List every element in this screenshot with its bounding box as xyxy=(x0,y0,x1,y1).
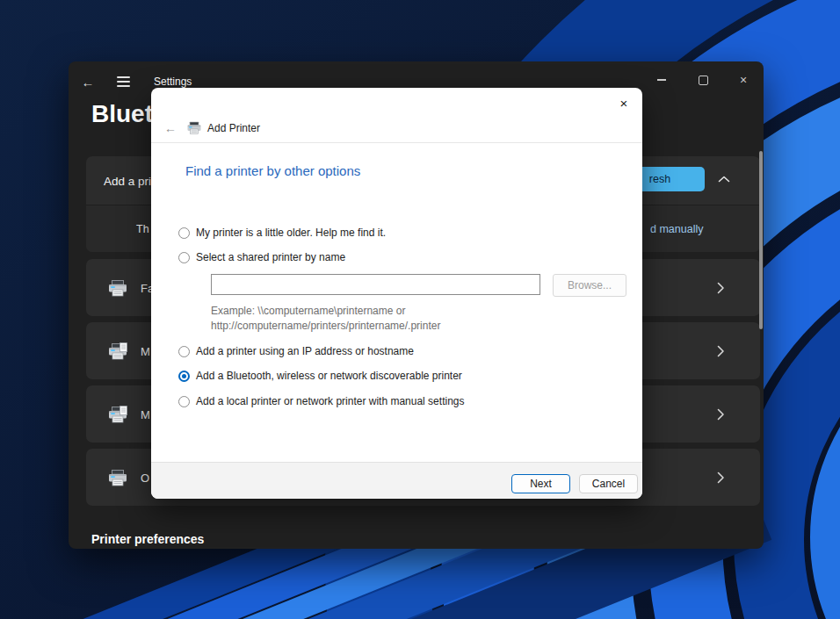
add-manually-link[interactable]: d manually xyxy=(650,223,703,235)
back-arrow-icon: ← xyxy=(164,121,177,135)
printer-preferences-heading: Printer preferences xyxy=(91,532,204,546)
printer-document-icon xyxy=(107,342,128,360)
next-button-label: Next xyxy=(530,478,552,490)
radio-selected-icon xyxy=(178,371,190,382)
radio-label: My printer is a little older. Help me fi… xyxy=(196,227,386,239)
radio-icon xyxy=(178,346,190,357)
share-name-example: Example: \\computername\printername or h… xyxy=(211,304,440,333)
close-icon: × xyxy=(620,96,628,111)
maximize-button[interactable] xyxy=(690,68,716,91)
radio-option-local-manual[interactable]: Add a local printer or network printer w… xyxy=(178,394,464,408)
chevron-right-icon xyxy=(717,471,725,484)
minimize-icon xyxy=(657,79,666,80)
radio-option-older-printer[interactable]: My printer is a little older. Help me fi… xyxy=(178,226,386,240)
dialog-back-button[interactable]: ← xyxy=(160,114,181,142)
printer-item-label: M xyxy=(141,344,150,357)
window-close-button[interactable]: × xyxy=(730,68,757,91)
hamburger-icon xyxy=(117,76,130,78)
app-title: Settings xyxy=(154,76,192,88)
minimize-button[interactable] xyxy=(648,68,675,91)
vertical-scrollbar[interactable] xyxy=(759,151,763,329)
maximize-icon xyxy=(699,76,708,85)
example-line-2: http://computername/printers/printername… xyxy=(211,319,440,334)
browse-button[interactable]: Browse... xyxy=(553,274,626,297)
cancel-button-label: Cancel xyxy=(592,478,625,490)
radio-label: Add a local printer or network printer w… xyxy=(196,395,464,407)
dialog-close-button[interactable]: × xyxy=(612,92,635,113)
add-printer-label: Add a pri xyxy=(104,174,151,187)
dialog-footer: Next Cancel xyxy=(151,462,642,499)
close-icon: × xyxy=(740,73,747,87)
chevron-right-icon xyxy=(717,408,725,421)
back-arrow-icon: ← xyxy=(82,75,95,90)
add-printer-dialog: × ← Add Printer Find a printer by other … xyxy=(151,88,642,499)
radio-label: Add a Bluetooth, wireless or network dis… xyxy=(196,370,462,382)
printer-item-label: O xyxy=(141,471,149,484)
example-line-1: Example: \\computername\printername or xyxy=(211,304,440,319)
cancel-button[interactable]: Cancel xyxy=(579,474,638,493)
printer-document-icon xyxy=(107,406,128,423)
printer-icon xyxy=(107,469,128,486)
radio-option-ip-address[interactable]: Add a printer using an IP address or hos… xyxy=(178,344,414,358)
radio-label: Select a shared printer by name xyxy=(196,251,345,263)
radio-icon xyxy=(178,396,190,407)
refresh-button-label: resh xyxy=(649,173,670,185)
page-title: Bluet xyxy=(91,100,153,128)
dialog-header: ← Add Printer xyxy=(151,114,642,143)
browse-button-label: Browse... xyxy=(568,279,612,292)
printer-not-listed-label: Th xyxy=(136,223,149,235)
hamburger-menu-button[interactable] xyxy=(114,75,132,89)
radio-icon xyxy=(178,227,190,239)
radio-option-shared-printer[interactable]: Select a shared printer by name xyxy=(178,250,345,264)
chevron-up-icon[interactable] xyxy=(718,176,730,183)
radio-label: Add a printer using an IP address or hos… xyxy=(196,345,414,357)
radio-icon xyxy=(178,252,190,263)
radio-option-bluetooth-discoverable[interactable]: Add a Bluetooth, wireless or network dis… xyxy=(178,369,462,383)
chevron-right-icon xyxy=(717,282,725,294)
chevron-right-icon xyxy=(717,345,725,357)
dialog-heading: Find a printer by other options xyxy=(185,163,360,178)
dialog-title: Add Printer xyxy=(207,114,260,142)
settings-back-button[interactable]: ← xyxy=(77,71,98,92)
printer-icon xyxy=(186,121,202,134)
printer-item-label: M xyxy=(141,407,150,421)
shared-printer-name-input[interactable] xyxy=(211,274,540,295)
next-button[interactable]: Next xyxy=(511,474,570,493)
printer-icon xyxy=(107,279,128,297)
